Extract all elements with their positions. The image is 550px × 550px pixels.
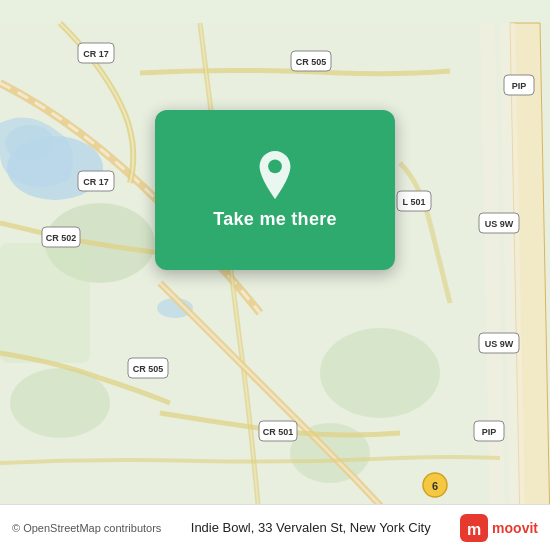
moovit-brand-name: moovit bbox=[492, 520, 538, 536]
svg-text:6: 6 bbox=[432, 480, 438, 492]
svg-point-5 bbox=[320, 328, 440, 418]
svg-text:CR 502: CR 502 bbox=[46, 233, 77, 243]
map-attribution: © OpenStreetMap contributors bbox=[12, 522, 161, 534]
svg-text:m: m bbox=[467, 521, 481, 538]
svg-text:CR 17: CR 17 bbox=[83, 49, 109, 59]
svg-text:L 501: L 501 bbox=[403, 197, 426, 207]
bottom-bar: © OpenStreetMap contributors Indie Bowl,… bbox=[0, 504, 550, 550]
map-container: CR 17 CR 505 PIP CR 17 CR 502 L 501 US 9… bbox=[0, 0, 550, 550]
location-pin-icon bbox=[251, 151, 299, 199]
map-background: CR 17 CR 505 PIP CR 17 CR 502 L 501 US 9… bbox=[0, 0, 550, 550]
place-name: Indie Bowl, 33 Vervalen St, New York Cit… bbox=[161, 520, 460, 535]
svg-text:CR 505: CR 505 bbox=[133, 364, 164, 374]
svg-text:CR 501: CR 501 bbox=[263, 427, 294, 437]
svg-text:US 9W: US 9W bbox=[485, 219, 514, 229]
svg-point-33 bbox=[268, 159, 282, 173]
svg-text:US 9W: US 9W bbox=[485, 339, 514, 349]
svg-text:PIP: PIP bbox=[512, 81, 527, 91]
svg-rect-6 bbox=[0, 243, 90, 363]
moovit-logo: m moovit bbox=[460, 514, 538, 542]
take-me-there-button[interactable]: Take me there bbox=[213, 209, 337, 230]
svg-text:PIP: PIP bbox=[482, 427, 497, 437]
action-card: Take me there bbox=[155, 110, 395, 270]
svg-text:CR 17: CR 17 bbox=[83, 177, 109, 187]
moovit-brand-icon: m bbox=[460, 514, 488, 542]
svg-text:CR 505: CR 505 bbox=[296, 57, 327, 67]
